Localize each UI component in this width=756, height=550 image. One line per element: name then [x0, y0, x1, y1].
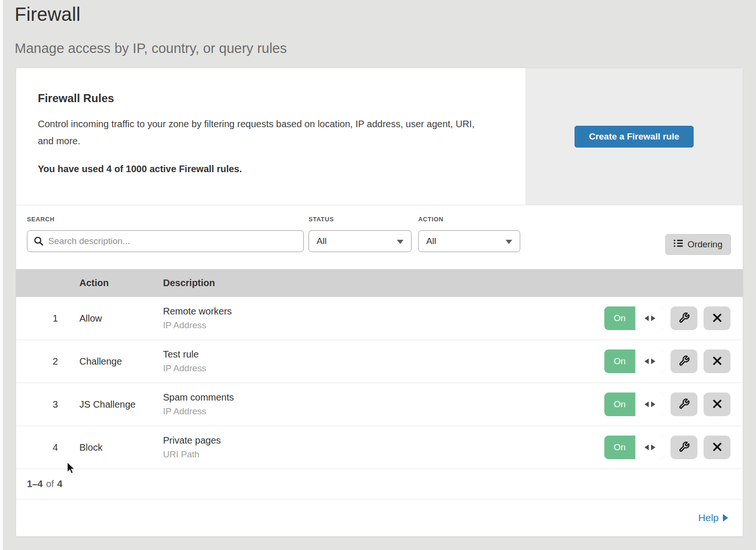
rule-match-type: IP Address: [163, 406, 234, 417]
edit-rule-button[interactable]: [670, 393, 697, 416]
intro-section: Firewall Rules Control incoming traffic …: [16, 68, 743, 205]
help-link[interactable]: Help: [698, 512, 728, 524]
rule-priority: 2: [46, 356, 65, 367]
status-selected-value: All: [317, 236, 326, 246]
search-label: SEARCH: [27, 216, 304, 223]
rule-description: Spam comments: [163, 392, 234, 403]
action-selected-value: All: [426, 236, 436, 246]
firewall-rules-card: Firewall Rules Control incoming traffic …: [16, 68, 743, 537]
help-link-label: Help: [698, 512, 719, 524]
intro-text-block: Firewall Rules Control incoming traffic …: [16, 68, 525, 205]
rule-action: Challenge: [79, 356, 163, 367]
status-filter-group: STATUS All: [309, 216, 412, 252]
rule-action: Block: [79, 442, 163, 453]
pagination-range: 1–4: [27, 479, 43, 489]
edit-rule-button[interactable]: [670, 436, 697, 459]
delete-rule-button[interactable]: [704, 306, 730, 330]
action-select[interactable]: All: [418, 230, 520, 252]
rule-action: Allow: [79, 313, 163, 324]
wrench-icon: [679, 312, 690, 325]
ordering-button-label: Ordering: [687, 239, 722, 250]
filters-bar: SEARCH STATUS All ACTION All: [16, 205, 743, 269]
create-firewall-rule-button[interactable]: Create a Firewall rule: [575, 126, 694, 148]
chevron-down-icon: [506, 240, 512, 244]
rule-description: Test rule: [163, 349, 206, 360]
table-row: 2 Challenge Test rule IP Address On: [16, 340, 743, 383]
intro-heading: Firewall Rules: [38, 92, 504, 105]
rule-priority: 1: [46, 313, 65, 324]
rule-match-type: IP Address: [163, 320, 232, 331]
help-arrow-icon: [723, 514, 728, 522]
rule-match-type: IP Address: [163, 363, 206, 374]
pagination: 1–4 of 4: [16, 469, 743, 499]
delete-rule-button[interactable]: [704, 393, 730, 416]
close-icon: [713, 314, 722, 323]
ordering-list-icon: [674, 239, 683, 250]
edit-rule-button[interactable]: [670, 306, 697, 330]
rule-enabled-toggle[interactable]: On: [604, 306, 664, 330]
column-header-action: Action: [79, 278, 163, 288]
delete-rule-button[interactable]: [704, 349, 730, 373]
rule-action: JS Challenge: [79, 399, 163, 410]
rule-description: Remote workers: [163, 306, 232, 317]
rule-match-type: URI Path: [163, 449, 221, 460]
toggle-on-label: On: [604, 436, 635, 459]
page-title: Firewall: [15, 4, 287, 25]
status-select[interactable]: All: [309, 230, 412, 252]
wrench-icon: [679, 355, 690, 368]
intro-description: Control incoming traffic to your zone by…: [38, 115, 487, 149]
intro-usage-count: You have used 4 of 1000 active Firewall …: [38, 164, 504, 175]
toggle-on-label: On: [604, 393, 635, 416]
delete-rule-button[interactable]: [704, 436, 730, 459]
card-footer: Help: [16, 499, 743, 536]
table-row: 4 Block Private pages URI Path On: [16, 426, 743, 469]
column-header-description: Description: [163, 278, 215, 288]
ordering-button[interactable]: Ordering: [665, 234, 731, 255]
action-filter-group: ACTION All: [418, 216, 520, 252]
rule-enabled-toggle[interactable]: On: [604, 393, 664, 416]
toggle-handle-arrows-icon: [635, 436, 664, 459]
rule-description: Private pages: [163, 435, 221, 446]
table-row: 1 Allow Remote workers IP Address On: [16, 297, 743, 340]
toggle-on-label: On: [604, 306, 635, 330]
window-left-edge: [0, 0, 3, 550]
action-label: ACTION: [418, 216, 520, 223]
toggle-handle-arrows-icon: [635, 306, 664, 330]
wrench-icon: [679, 441, 690, 454]
toggle-on-label: On: [604, 349, 635, 373]
search-filter-group: SEARCH: [27, 216, 304, 252]
close-icon: [713, 400, 722, 410]
page-subtitle: Manage access by IP, country, or query r…: [15, 41, 287, 56]
close-icon: [713, 443, 722, 453]
toggle-handle-arrows-icon: [635, 393, 664, 416]
pagination-total: 4: [57, 479, 62, 489]
chevron-down-icon: [397, 240, 404, 244]
rule-enabled-toggle[interactable]: On: [604, 436, 664, 459]
close-icon: [713, 357, 722, 367]
toggle-handle-arrows-icon: [635, 349, 664, 373]
table-header: Action Description: [16, 269, 743, 297]
rule-priority: 3: [46, 399, 65, 410]
status-label: STATUS: [309, 216, 412, 223]
intro-action-panel: Create a Firewall rule: [525, 68, 743, 205]
rule-priority: 4: [46, 442, 65, 453]
page-header: Firewall Manage access by IP, country, o…: [15, 4, 287, 56]
rule-enabled-toggle[interactable]: On: [604, 349, 664, 373]
pagination-of: of: [46, 479, 54, 489]
table-row: 3 JS Challenge Spam comments IP Address …: [16, 383, 743, 426]
edit-rule-button[interactable]: [670, 349, 697, 373]
search-input[interactable]: [27, 230, 304, 252]
wrench-icon: [679, 398, 690, 411]
